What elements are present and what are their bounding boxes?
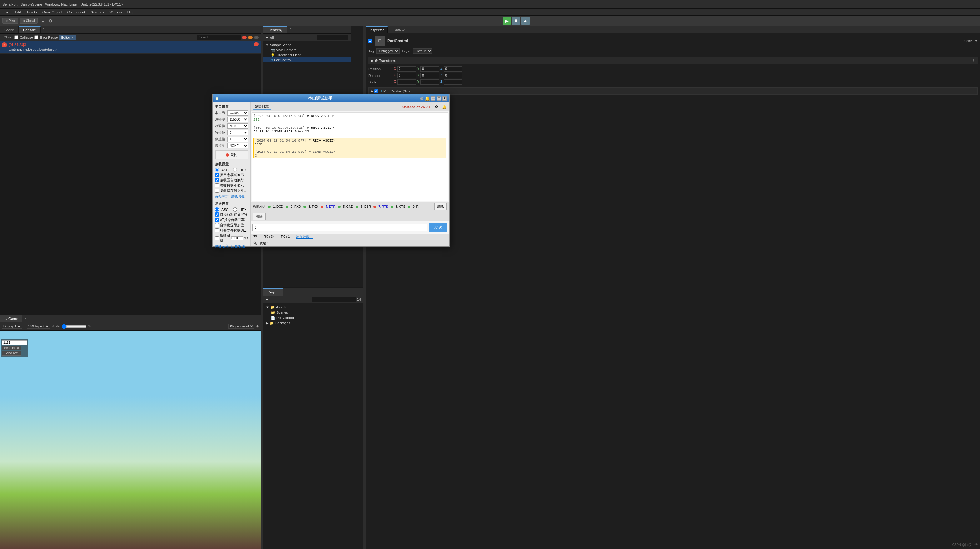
clear-recv-link[interactable]: 清除接收 [231, 194, 245, 199]
project-portcontrol-script[interactable]: 📄 PortControl [265, 315, 362, 321]
menu-window[interactable]: Window [107, 10, 124, 15]
port-select[interactable]: COM3 [228, 110, 248, 116]
project-add-btn[interactable]: + [266, 297, 268, 302]
pivot-toggle-btn[interactable]: ⊕ Pivot [3, 18, 18, 24]
hierarchy-directional-light[interactable]: 💡 Directional Light [263, 53, 350, 57]
menu-edit[interactable]: Edit [13, 10, 24, 15]
rotation-x[interactable] [398, 73, 416, 78]
step-button[interactable]: ⏭ [522, 17, 530, 25]
hierarchy-menu-btn[interactable]: ⋮ [287, 26, 293, 33]
menu-assets[interactable]: Assets [24, 10, 39, 15]
serial-close-btn[interactable]: ✕ [442, 96, 447, 100]
serial-send-text-input[interactable] [253, 224, 427, 231]
no-display-checkbox[interactable] [215, 183, 219, 188]
cloud-icon[interactable]: ☁ [39, 18, 46, 24]
clear-log-btn-1[interactable]: 清除 [434, 203, 447, 210]
collapse-checkbox[interactable] [14, 35, 18, 39]
console-entry[interactable]: ! [01:54:23]3 UnityEngine.Debug.Log(obje… [0, 41, 261, 54]
show-by-log-checkbox[interactable] [215, 173, 219, 177]
save-file-checkbox[interactable] [215, 189, 219, 193]
game-send-text-btn[interactable]: Send Text [2, 351, 21, 356]
pause-button[interactable]: ⏸ [512, 17, 520, 25]
menu-file[interactable]: File [1, 10, 12, 15]
project-packages-folder[interactable]: ▶ 📁 Packages [265, 321, 362, 326]
transform-menu[interactable]: ⋮ [972, 59, 975, 63]
layer-select[interactable]: Default [413, 48, 432, 54]
history-send-link[interactable]: 历史发送 [231, 244, 245, 249]
position-y[interactable] [420, 66, 439, 72]
recv-ascii-radio[interactable] [215, 168, 219, 172]
console-clear-btn[interactable]: Clear [2, 35, 13, 40]
hierarchy-search[interactable] [317, 35, 348, 40]
at-return-checkbox[interactable] [215, 218, 219, 222]
game-panel-menu[interactable]: ⋮ [22, 315, 29, 322]
game-send-input[interactable] [2, 340, 27, 345]
send-ascii-radio[interactable] [215, 207, 219, 212]
static-arrow[interactable]: ▼ [975, 39, 977, 43]
project-search[interactable] [312, 297, 356, 302]
menu-services[interactable]: Services [88, 10, 106, 15]
game-send-input-btn[interactable]: Send input [2, 345, 21, 350]
hierarchy-main-camera[interactable]: 📷 Main Camera [263, 48, 350, 53]
serial-settings-icon[interactable]: ⚙ [420, 96, 424, 101]
scale-z[interactable] [444, 80, 462, 85]
open-file-checkbox[interactable] [215, 228, 219, 232]
quick-send-link[interactable]: 快捷定义 [215, 244, 229, 249]
position-z[interactable] [444, 66, 462, 72]
settings-icon-game[interactable]: ⚙ [256, 325, 259, 328]
logo-settings-icon[interactable]: ⚙ [435, 105, 438, 109]
error-pause-checkbox[interactable] [34, 35, 38, 39]
logo-notify-icon[interactable]: 🔔 [442, 105, 447, 109]
console-search[interactable] [197, 35, 241, 40]
play-focused-select[interactable]: Play Focused [228, 324, 254, 329]
serial-notify-icon[interactable]: 🔔 [425, 96, 430, 101]
game-display-select[interactable]: Display 1 [2, 324, 22, 329]
serial-restore-btn[interactable]: □ [437, 96, 441, 100]
menu-gameobject[interactable]: GameObject [40, 10, 64, 15]
object-active-checkbox[interactable] [368, 39, 372, 43]
menu-help[interactable]: Help [125, 10, 137, 15]
project-scenes-folder[interactable]: 📁 Scenes [265, 310, 362, 315]
auto-wrap-checkbox[interactable] [215, 178, 219, 182]
scale-x[interactable] [398, 80, 416, 85]
flow-select[interactable]: NONE [228, 143, 248, 148]
rotation-z[interactable] [444, 73, 462, 78]
cycle-period-input[interactable] [231, 236, 243, 240]
menu-component[interactable]: Component [65, 10, 88, 15]
recv-hex-radio[interactable] [233, 168, 237, 172]
reset-count-link[interactable]: 复位计数！ [296, 235, 313, 239]
editor-dropdown[interactable]: ▼ [71, 36, 74, 39]
component-checkbox[interactable] [374, 89, 378, 93]
panel-menu-btn[interactable]: ⋮ [41, 26, 47, 33]
component-menu[interactable]: ⋮ [972, 89, 975, 93]
project-menu-btn[interactable]: ⋮ [283, 288, 289, 296]
inspector-tab-1[interactable]: Inspector [366, 26, 388, 33]
play-button[interactable]: ▶ [503, 17, 511, 25]
scale-slider[interactable] [62, 324, 86, 329]
dtr-label[interactable]: 4. DTR [326, 205, 336, 208]
rotation-y[interactable] [420, 73, 439, 78]
hierarchy-all-btn[interactable]: All [270, 36, 274, 39]
inspector-tab-2[interactable]: Inspector [388, 26, 410, 33]
tab-game[interactable]: ⊙ Game [0, 315, 22, 322]
log-tab[interactable]: 数据日志 [253, 103, 270, 110]
data-bits-select[interactable]: 8 [228, 130, 248, 135]
rts-label[interactable]: 7. RTS [378, 205, 388, 208]
serial-connect-btn[interactable]: 关闭 [215, 150, 248, 159]
auto-resolve-checkbox[interactable] [215, 212, 219, 216]
tab-scene[interactable]: Scene [0, 26, 19, 33]
auto-config-link[interactable]: 自动宽距 [215, 194, 229, 199]
position-x[interactable] [398, 66, 416, 72]
transform-section-header[interactable]: ▶ ⊕ Transform ⋮ [368, 57, 977, 64]
tag-select[interactable]: Untagged [377, 48, 399, 54]
send-hex-radio[interactable] [233, 207, 237, 212]
aspect-select[interactable]: 16:9 Aspect [27, 324, 50, 329]
scale-y[interactable] [420, 80, 439, 85]
stop-bits-select[interactable]: 1 [228, 137, 248, 142]
baud-select[interactable]: 115200 [228, 117, 248, 122]
hierarchy-scene-item[interactable]: ▼ SampleScene [263, 43, 350, 48]
clear-log-btn-2[interactable]: 清除 [253, 213, 266, 220]
hierarchy-portcontrol[interactable]: □ PortControl [263, 57, 350, 62]
tab-project[interactable]: Project [263, 288, 283, 296]
cycle-checkbox[interactable] [215, 236, 219, 240]
